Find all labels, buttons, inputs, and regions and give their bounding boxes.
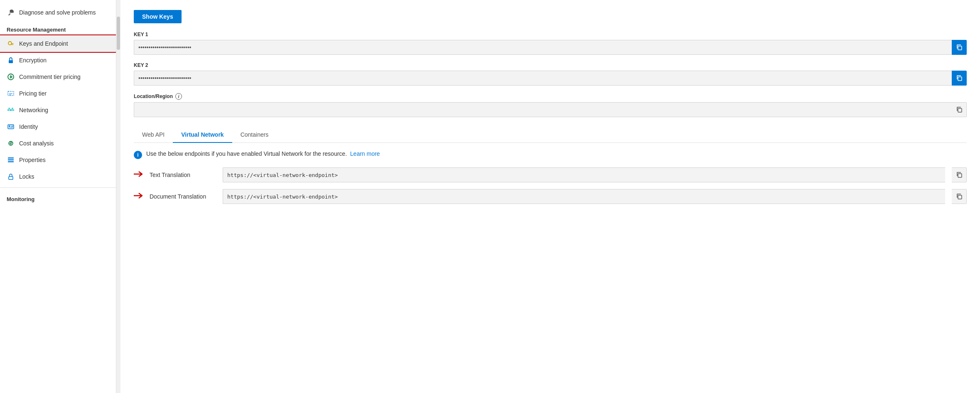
- sidebar-item-networking[interactable]: Networking: [0, 102, 116, 118]
- info-text: Use the below endpoints if you have enab…: [146, 150, 380, 157]
- tab-containers[interactable]: Containers: [232, 127, 277, 143]
- svg-rect-27: [958, 195, 962, 199]
- document-translation-row: Document Translation: [134, 189, 967, 204]
- document-translation-copy-button[interactable]: [952, 189, 967, 204]
- key1-label: KEY 1: [134, 32, 967, 37]
- location-input[interactable]: [134, 102, 952, 117]
- tab-virtual-network[interactable]: Virtual Network: [173, 127, 232, 143]
- sidebar-item-commitment-label: Commitment tier pricing: [19, 74, 81, 80]
- show-keys-button[interactable]: Show Keys: [134, 10, 182, 23]
- sidebar-item-commitment-tier[interactable]: Commitment tier pricing: [0, 69, 116, 85]
- sidebar-item-pricing-label: Pricing tier: [19, 90, 47, 97]
- scrollbar-thumb[interactable]: [117, 17, 120, 50]
- sidebar-item-properties[interactable]: Properties: [0, 152, 116, 168]
- text-translation-copy-button[interactable]: [952, 167, 967, 182]
- sidebar-item-keys-label: Keys and Endpoint: [19, 40, 68, 47]
- svg-rect-3: [12, 44, 12, 45]
- location-label: Location/Region i: [134, 93, 967, 100]
- svg-rect-22: [9, 177, 13, 179]
- sidebar-item-keys-endpoint[interactable]: Keys and Endpoint: [0, 35, 116, 52]
- cost-icon: [7, 139, 15, 147]
- sidebar-section-resource: Resource Management: [0, 21, 116, 35]
- key1-input[interactable]: [134, 40, 952, 55]
- sidebar-divider: [0, 187, 116, 188]
- text-translation-row: Text Translation: [134, 167, 967, 182]
- svg-rect-24: [958, 77, 962, 81]
- lock-icon: [7, 56, 15, 64]
- location-group: Location/Region i: [134, 93, 967, 117]
- document-translation-label: Document Translation: [150, 193, 216, 200]
- key2-input[interactable]: [134, 71, 952, 86]
- sidebar-item-cost-label: Cost analysis: [19, 140, 54, 147]
- pricing-icon: [7, 89, 15, 98]
- location-row: [134, 102, 967, 117]
- text-translation-arrow-icon: [134, 171, 143, 179]
- svg-point-9: [13, 110, 14, 111]
- svg-rect-1: [11, 44, 14, 44]
- tabs-section: Web API Virtual Network Containers i Use…: [134, 127, 967, 204]
- svg-rect-26: [958, 174, 962, 177]
- sidebar-item-diagnose-label: Diagnose and solve problems: [19, 9, 96, 16]
- lock2-icon: [7, 172, 15, 181]
- sidebar-section-monitoring: Monitoring: [0, 190, 116, 205]
- svg-rect-20: [8, 160, 14, 161]
- info-banner: i Use the below endpoints if you have en…: [134, 150, 967, 159]
- networking-icon: [7, 106, 15, 114]
- properties-icon: [7, 156, 15, 164]
- sidebar-item-identity-label: Identity: [19, 123, 38, 130]
- main-content: Show Keys KEY 1 KEY 2: [120, 0, 980, 393]
- key2-label: KEY 2: [134, 62, 967, 68]
- svg-rect-19: [8, 157, 14, 159]
- sidebar-item-pricing-tier[interactable]: Pricing tier: [0, 85, 116, 102]
- sidebar-item-locks[interactable]: Locks: [0, 168, 116, 185]
- wrench-icon: [7, 8, 15, 17]
- commitment-icon: [7, 73, 15, 81]
- sidebar-item-identity[interactable]: Identity: [0, 118, 116, 135]
- location-info-icon: i: [175, 93, 182, 100]
- document-translation-input[interactable]: [223, 189, 945, 204]
- key2-row: [134, 71, 967, 86]
- key2-group: KEY 2: [134, 62, 967, 86]
- text-translation-label: Text Translation: [150, 172, 216, 178]
- document-translation-arrow-icon: [134, 192, 143, 201]
- sidebar-item-encryption[interactable]: Encryption: [0, 52, 116, 69]
- svg-rect-2: [12, 44, 13, 45]
- svg-rect-23: [958, 46, 962, 50]
- svg-rect-15: [9, 125, 10, 127]
- tabs-bar: Web API Virtual Network Containers: [134, 127, 967, 143]
- key1-group: KEY 1: [134, 32, 967, 55]
- info-circle-icon: i: [134, 151, 142, 159]
- sidebar-item-properties-label: Properties: [19, 157, 46, 163]
- svg-rect-4: [9, 60, 13, 63]
- learn-more-link[interactable]: Learn more: [350, 150, 380, 157]
- key2-copy-button[interactable]: [952, 71, 967, 86]
- svg-point-0: [8, 42, 12, 45]
- svg-rect-21: [8, 161, 14, 162]
- text-translation-input[interactable]: [223, 167, 945, 182]
- key1-copy-button[interactable]: [952, 40, 967, 55]
- svg-rect-25: [958, 108, 962, 112]
- identity-icon: [7, 123, 15, 131]
- key1-row: [134, 40, 967, 55]
- svg-point-7: [10, 109, 12, 111]
- scrollbar-area: [116, 0, 120, 393]
- sidebar-item-locks-label: Locks: [19, 173, 34, 180]
- sidebar-item-cost-analysis[interactable]: Cost analysis: [0, 135, 116, 152]
- sidebar-item-networking-label: Networking: [19, 107, 48, 113]
- key-icon: [7, 39, 15, 48]
- sidebar-item-diagnose[interactable]: Diagnose and solve problems: [0, 4, 116, 21]
- location-copy-button[interactable]: [952, 102, 967, 117]
- sidebar-item-encryption-label: Encryption: [19, 57, 47, 64]
- svg-point-8: [8, 110, 9, 111]
- tab-web-api[interactable]: Web API: [134, 127, 173, 143]
- sidebar: Diagnose and solve problems Resource Man…: [0, 0, 116, 393]
